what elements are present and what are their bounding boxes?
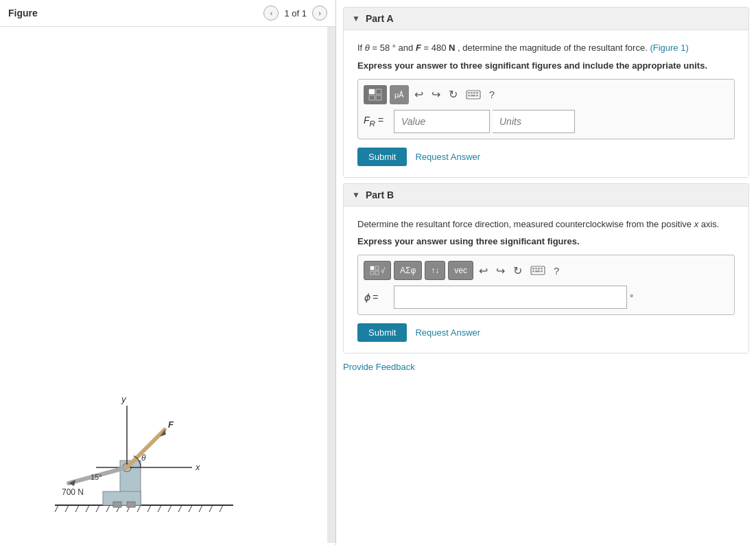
right-panel: ▼ Part A If θ = 58 ° and F = 480 N , det… [336, 0, 756, 545]
part-b-section: ▼ Part B Determine the resultant force d… [343, 183, 749, 354]
fr-label: FR = [364, 115, 391, 128]
keyboard-btn[interactable] [463, 85, 484, 104]
degree-symbol: ° [630, 292, 633, 303]
svg-line-17 [220, 505, 223, 512]
svg-rect-57 [535, 270, 540, 272]
svg-rect-58 [541, 270, 543, 272]
mu-btn[interactable]: μÅ [390, 85, 409, 104]
part-b-collapse-arrow[interactable]: ▼ [352, 190, 360, 200]
part-a-submit-button[interactable]: Submit [357, 148, 407, 166]
part-b-undo-btn[interactable]: ↩ [476, 261, 491, 280]
provide-feedback-link[interactable]: Provide Feedback [336, 353, 756, 380]
svg-line-3 [75, 505, 79, 512]
figure-canvas: x y 15° 700 N F θ [0, 27, 335, 543]
part-b-redo-btn[interactable]: ↪ [493, 261, 508, 280]
svg-text:15°: 15° [91, 473, 102, 481]
svg-rect-20 [113, 502, 121, 507]
svg-rect-21 [127, 502, 135, 507]
svg-line-15 [199, 505, 202, 512]
svg-rect-40 [468, 92, 470, 94]
svg-rect-35 [369, 89, 375, 94]
svg-rect-45 [471, 95, 475, 97]
part-b-express-text: Express your answer using three signific… [357, 236, 735, 246]
svg-text:y: y [121, 394, 127, 404]
svg-text:x: x [195, 462, 200, 472]
part-a-request-answer-link[interactable]: Request Answer [415, 152, 480, 162]
help-btn[interactable]: ? [486, 85, 497, 104]
part-b-title: Part B [366, 189, 394, 200]
svg-line-12 [168, 505, 172, 512]
units-input[interactable] [493, 110, 575, 133]
part-a-section: ▼ Part A If θ = 58 ° and F = 480 N , det… [343, 7, 749, 178]
svg-rect-41 [471, 92, 473, 94]
svg-rect-47 [370, 266, 374, 270]
svg-line-13 [178, 505, 182, 512]
svg-rect-54 [538, 268, 540, 270]
part-b-problem-text-1: Determine the resultant force direction,… [357, 218, 735, 231]
grid-icon-btn[interactable] [364, 85, 387, 104]
svg-rect-55 [541, 268, 543, 270]
part-a-title: Part A [366, 13, 394, 24]
part-a-toolbar: μÅ ↩ ↪ ↻ [364, 85, 729, 104]
part-b-request-answer-link[interactable]: Request Answer [415, 327, 480, 338]
value-input[interactable] [394, 110, 490, 133]
part-a-action-row: Submit Request Answer [357, 148, 735, 166]
part-b-input-row: ϕ = ° [364, 286, 729, 309]
svg-line-11 [158, 505, 161, 512]
next-button[interactable]: › [312, 5, 327, 21]
svg-line-5 [96, 505, 99, 512]
part-a-header: ▼ Part A [344, 8, 748, 30]
left-panel: Figure ‹ 1 of 1 › [0, 0, 336, 545]
alpha-sigma-btn[interactable]: ΑΣφ [394, 261, 422, 280]
svg-line-16 [209, 505, 213, 512]
figure-header: Figure ‹ 1 of 1 › [0, 0, 335, 27]
part-a-input-row: FR = [364, 110, 729, 133]
svg-rect-42 [473, 92, 475, 94]
svg-line-14 [189, 505, 192, 512]
part-a-express-text: Express your answer to three significant… [357, 60, 735, 71]
prev-button[interactable]: ‹ [263, 5, 279, 21]
svg-line-6 [106, 505, 110, 512]
svg-rect-44 [468, 95, 470, 97]
scrollbar[interactable] [327, 27, 335, 543]
phi-input[interactable] [394, 286, 627, 309]
part-b-refresh-btn[interactable]: ↻ [510, 261, 525, 280]
svg-line-2 [65, 505, 69, 512]
svg-text:θ: θ [141, 453, 146, 463]
svg-rect-38 [376, 95, 381, 100]
svg-rect-43 [476, 92, 478, 94]
svg-line-9 [137, 505, 141, 512]
svg-text:700 N: 700 N [62, 487, 84, 497]
svg-rect-53 [535, 268, 537, 270]
part-a-answer-box: μÅ ↩ ↪ ↻ [357, 79, 735, 139]
refresh-btn[interactable]: ↻ [446, 85, 460, 104]
svg-rect-52 [532, 268, 534, 270]
part-a-problem-text: If θ = 58 ° and F = 480 N , determine th… [357, 41, 735, 55]
svg-line-10 [147, 505, 151, 512]
page-indicator: 1 of 1 [284, 8, 307, 19]
figure-title: Figure [8, 8, 258, 19]
undo-btn[interactable]: ↩ [412, 85, 426, 104]
part-b-answer-box: √ ΑΣφ ↑↓ vec ↩ ↪ ↻ [357, 255, 735, 315]
svg-rect-49 [370, 271, 374, 275]
svg-rect-37 [369, 95, 375, 100]
part-a-content: If θ = 58 ° and F = 480 N , determine th… [344, 30, 748, 177]
part-b-header: ▼ Part B [344, 184, 748, 207]
phi-label: ϕ = [364, 292, 391, 303]
part-b-toolbar: √ ΑΣφ ↑↓ vec ↩ ↪ ↻ [364, 261, 729, 280]
part-b-help-btn[interactable]: ? [551, 261, 562, 280]
svg-rect-50 [375, 271, 379, 275]
svg-line-1 [55, 505, 58, 512]
arrows-btn[interactable]: ↑↓ [425, 261, 445, 280]
part-a-collapse-arrow[interactable]: ▼ [352, 14, 360, 23]
part-b-grid-btn[interactable]: √ [364, 261, 391, 280]
part-b-keyboard-btn[interactable] [528, 261, 548, 280]
vec-btn[interactable]: vec [448, 261, 473, 280]
figure-link[interactable]: (Figure 1) [650, 43, 688, 53]
svg-rect-36 [376, 89, 381, 94]
svg-rect-48 [375, 266, 379, 270]
redo-btn[interactable]: ↪ [429, 85, 443, 104]
part-b-submit-button[interactable]: Submit [357, 323, 407, 342]
svg-rect-46 [476, 95, 478, 97]
figure-image: x y 15° 700 N F θ [14, 378, 274, 529]
